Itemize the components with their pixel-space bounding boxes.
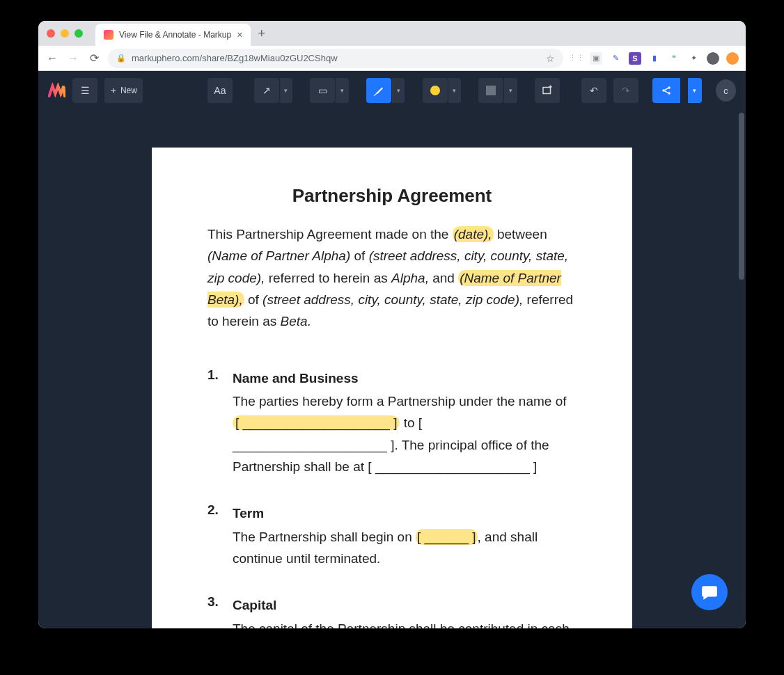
- section-1: 1. Name and Business The parties hereby …: [207, 367, 577, 478]
- rectangle-dropdown[interactable]: ▾: [336, 78, 348, 103]
- redo-button[interactable]: ↷: [613, 78, 638, 103]
- canvas-area[interactable]: Partnership Agreement This Partnership A…: [38, 110, 746, 628]
- browser-tab[interactable]: View File & Annotate - Markup ×: [95, 24, 251, 46]
- rectangle-icon: ▭: [318, 85, 327, 96]
- extension-icon[interactable]: ▣: [590, 52, 602, 65]
- arrow-tool-button[interactable]: ↗: [254, 78, 279, 103]
- address-bar: ← → ⟳ 🔒 markuphero.com/share/BZg18wMiau0…: [38, 46, 746, 71]
- section-3: 3. Capital The capital of the Partnershi…: [207, 594, 577, 628]
- undo-icon: ↶: [590, 85, 598, 96]
- add-image-button[interactable]: [535, 78, 560, 103]
- yellow-color-icon: [430, 86, 440, 95]
- favicon-icon: [104, 30, 113, 40]
- arrow-dropdown[interactable]: ▾: [280, 78, 292, 103]
- extension-icon[interactable]: [726, 52, 739, 65]
- new-label: New: [120, 86, 137, 95]
- color-dropdown[interactable]: ▾: [448, 78, 461, 103]
- lock-icon: 🔒: [116, 54, 126, 63]
- share-dropdown[interactable]: ▾: [688, 78, 702, 103]
- share-button[interactable]: [652, 78, 680, 103]
- profile-avatar-icon[interactable]: [707, 52, 719, 65]
- document-title: Partnership Agreement: [207, 185, 577, 207]
- close-tab-icon[interactable]: ×: [237, 29, 242, 40]
- close-window-button[interactable]: [47, 29, 55, 38]
- intro-paragraph: This Partnership Agreement made on the (…: [207, 223, 577, 333]
- color-picker-button[interactable]: [423, 78, 448, 103]
- window-controls: [47, 29, 83, 38]
- back-button[interactable]: ←: [45, 52, 59, 65]
- text-icon: Aa: [214, 85, 226, 96]
- chat-icon: [700, 583, 719, 601]
- chrome-tab-bar: View File & Annotate - Markup × +: [38, 21, 746, 46]
- avatar-letter: c: [723, 86, 728, 96]
- app-toolbar: ☰ + New Aa ↗ ▾ ▭ ▾ ▾ ▾ ▾: [38, 71, 746, 110]
- fill-tool-button[interactable]: [478, 78, 503, 103]
- maximize-window-button[interactable]: [75, 29, 83, 38]
- extensions-puzzle-icon[interactable]: ✦: [687, 52, 700, 65]
- rectangle-tool-button[interactable]: ▭: [310, 78, 335, 103]
- forward-button[interactable]: →: [66, 52, 80, 65]
- extension-icon[interactable]: S: [629, 52, 641, 65]
- highlight-date-blank[interactable]: [ ______ ]: [416, 529, 478, 545]
- image-plus-icon: [541, 84, 554, 97]
- plus-icon: +: [111, 85, 116, 96]
- highlight-date[interactable]: (date),: [453, 226, 494, 242]
- extension-icon[interactable]: ▮: [648, 52, 661, 65]
- scrollbar-thumb[interactable]: [739, 113, 744, 280]
- document-page: Partnership Agreement This Partnership A…: [152, 148, 632, 628]
- extension-icons: ⋮⋮ ▣ ✎ S ▮ ❝ ✦: [570, 52, 739, 65]
- new-tab-button[interactable]: +: [258, 26, 265, 41]
- arrow-icon: ↗: [262, 85, 271, 96]
- user-avatar[interactable]: c: [716, 79, 736, 102]
- fill-dropdown[interactable]: ▾: [504, 78, 517, 103]
- text-tool-button[interactable]: Aa: [207, 78, 233, 103]
- section-title: Term: [233, 502, 577, 524]
- url-input[interactable]: 🔒 markuphero.com/share/BZg18wMiau0zGU2CS…: [108, 49, 563, 68]
- chat-support-button[interactable]: [691, 574, 728, 610]
- new-button[interactable]: + New: [104, 78, 143, 103]
- redo-icon: ↷: [622, 85, 630, 96]
- extension-icon[interactable]: ❝: [668, 52, 680, 65]
- extension-icon[interactable]: ⋮⋮: [570, 52, 583, 65]
- section-title: Name and Business: [233, 367, 577, 389]
- highlight-name-blank[interactable]: [ ____________________ ]: [233, 415, 400, 430]
- fill-icon: [486, 86, 496, 95]
- menu-button[interactable]: ☰: [72, 78, 97, 103]
- section-2: 2. Term The Partnership shall begin on […: [207, 502, 577, 569]
- undo-button[interactable]: ↶: [581, 78, 606, 103]
- bookmark-star-icon[interactable]: ☆: [546, 53, 555, 64]
- hamburger-icon: ☰: [81, 85, 90, 96]
- minimize-window-button[interactable]: [61, 29, 69, 38]
- highlighter-dropdown[interactable]: ▾: [392, 78, 405, 103]
- highlighter-tool-button[interactable]: [366, 78, 391, 103]
- share-icon: [661, 85, 672, 96]
- svg-rect-0: [543, 88, 551, 94]
- app-logo: [48, 83, 65, 98]
- browser-window: View File & Annotate - Markup × + ← → ⟳ …: [38, 21, 746, 628]
- section-list: 1. Name and Business The parties hereby …: [207, 367, 577, 628]
- extension-icon[interactable]: ✎: [609, 52, 622, 65]
- tab-title: View File & Annotate - Markup: [119, 30, 231, 40]
- reload-button[interactable]: ⟳: [87, 51, 101, 65]
- highlighter-icon: [373, 84, 385, 97]
- url-text: markuphero.com/share/BZg18wMiau0zGU2CShq…: [132, 53, 540, 63]
- section-title: Capital: [233, 594, 577, 616]
